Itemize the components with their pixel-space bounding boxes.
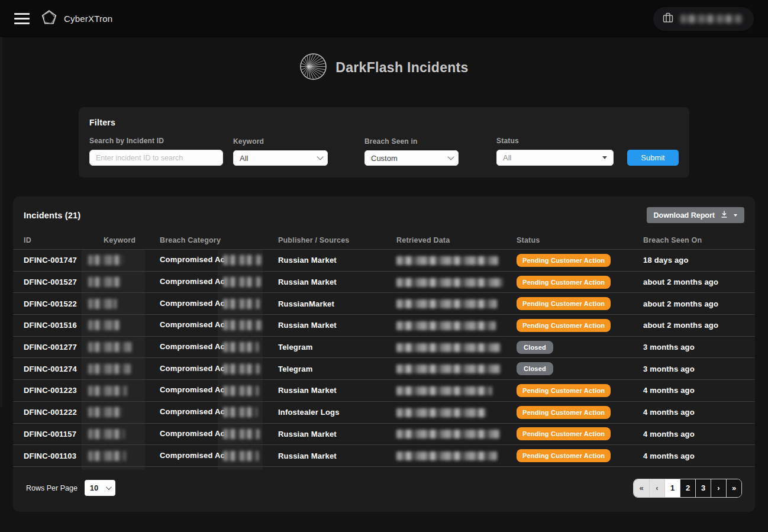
breach-seen-on-cell: about 2 months ago (643, 321, 744, 330)
pagination-button[interactable]: 3 (695, 479, 711, 497)
breach-seen-in-filter: Breach Seen in Custom (364, 137, 459, 166)
column-header: Status (517, 236, 643, 244)
retrieved-data-redacted (396, 386, 492, 395)
rows-per-page-label: Rows Per Page (26, 484, 78, 492)
status-filter: Status All (496, 137, 614, 166)
retrieved-data-cell (396, 256, 517, 265)
keyword-cell (104, 342, 160, 352)
submit-button[interactable]: Submit (627, 150, 679, 166)
breach-category-redacted (223, 407, 257, 417)
breach-seen-on-cell: about 2 months ago (643, 299, 744, 308)
status-badge: Pending Customer Action (517, 319, 611, 332)
table-row: DFINC-001223 Compromised Ac Russian Mark… (13, 380, 755, 402)
status-cell: Closed (517, 341, 643, 354)
table-row: DFINC-001747 Compromised Ac Russian Mark… (13, 250, 755, 272)
retrieved-data-cell (396, 386, 517, 395)
status-badge: Pending Customer Action (517, 384, 611, 397)
status-badge: Pending Customer Action (517, 297, 611, 310)
incidents-heading: Incidents (21) (24, 211, 80, 220)
download-report-label: Download Report (654, 211, 715, 220)
pagination-button[interactable]: ‹ (649, 479, 664, 497)
table-row: DFINC-001274 Compromised Ac Telegram Clo… (13, 358, 755, 380)
publisher-cell: Telegram (278, 343, 396, 352)
keyword-dropdown-value: All (240, 154, 248, 163)
pagination-button[interactable]: 2 (680, 479, 695, 497)
column-header: Retrieved Data (396, 236, 517, 244)
breach-seen-in-dropdown[interactable]: Custom (364, 150, 459, 166)
publisher-cell: Russian Market (278, 386, 396, 395)
keyword-cell (104, 407, 160, 417)
breach-seen-in-label: Breach Seen in (364, 137, 459, 146)
download-report-button[interactable]: Download Report (647, 207, 744, 223)
page-title: DarkFlash Incidents (335, 60, 468, 76)
column-header: Breach Seen On (643, 236, 744, 244)
column-header: ID (24, 236, 104, 244)
retrieved-data-redacted (396, 365, 501, 373)
keyword-cell (104, 277, 160, 287)
pagination-button[interactable]: « (634, 479, 649, 497)
filters-card: Filters Search by Incident ID Keyword Al… (79, 107, 689, 178)
breach-seen-in-dropdown-value: Custom (371, 154, 398, 163)
keyword-redacted (88, 386, 127, 396)
menu-icon[interactable] (14, 13, 30, 24)
pagination: «‹123›» (633, 479, 742, 498)
keyword-redacted (88, 320, 120, 330)
status-badge: Pending Customer Action (517, 254, 611, 267)
org-badge[interactable] (653, 7, 754, 31)
table-body: DFINC-001747 Compromised Ac Russian Mark… (13, 250, 755, 467)
status-select[interactable]: All (496, 150, 614, 166)
status-cell: Pending Customer Action (517, 427, 643, 440)
status-cell: Pending Customer Action (517, 449, 643, 462)
incidents-card: Incidents (21) Download Report IDKeyword… (13, 196, 755, 512)
publisher-cell: Russian Market (278, 256, 396, 265)
status-cell: Pending Customer Action (517, 254, 643, 267)
keyword-cell (104, 320, 160, 330)
keyword-redacted (88, 277, 121, 287)
breach-category-redacted (223, 299, 260, 309)
pagination-button[interactable]: 1 (664, 479, 680, 497)
breach-category-cell: Compromised Ac (160, 364, 278, 374)
pagination-button[interactable]: » (726, 479, 741, 497)
publisher-cell: Russian Market (278, 452, 396, 460)
breach-seen-on-cell: about 2 months ago (643, 278, 744, 286)
status-badge: Pending Customer Action (517, 427, 611, 440)
chevron-down-icon (447, 153, 454, 160)
status-badge: Closed (517, 362, 553, 375)
retrieved-data-cell (396, 408, 517, 417)
retrieved-data-redacted (396, 278, 503, 287)
publisher-cell: Russian Market (278, 278, 396, 286)
retrieved-data-cell (396, 278, 517, 287)
status-select-value: All (503, 153, 511, 162)
retrieved-data-cell (396, 343, 517, 352)
retrieved-data-redacted (396, 408, 486, 417)
rows-per-page-select[interactable]: 10 (85, 480, 115, 496)
cyberxtron-logo-icon (40, 9, 58, 29)
table-row: DFINC-001277 Compromised Ac Telegram Clo… (13, 337, 755, 359)
org-name-redacted (680, 15, 742, 23)
column-header: Breach Category (160, 236, 278, 244)
breach-seen-on-cell: 3 months ago (643, 365, 744, 373)
search-input[interactable] (89, 150, 223, 166)
breach-seen-on-cell: 4 months ago (643, 386, 744, 395)
table-row: DFINC-001516 Compromised Ac Russian Mark… (13, 315, 755, 337)
breach-category-redacted (223, 429, 260, 439)
brand-name: CyberXTron (64, 14, 112, 24)
table-header-row: IDKeywordBreach CategoryPublisher / Sour… (13, 231, 755, 250)
top-bar: CyberXTron (0, 0, 768, 37)
breach-seen-on-cell: 4 months ago (643, 430, 744, 439)
breach-category-redacted (223, 277, 261, 287)
retrieved-data-cell (396, 429, 517, 439)
breach-category-redacted (223, 451, 259, 461)
keyword-dropdown[interactable]: All (233, 150, 328, 166)
status-cell: Pending Customer Action (517, 297, 643, 310)
retrieved-data-cell (396, 451, 517, 460)
keyword-cell (104, 299, 160, 309)
pagination-button[interactable]: › (711, 479, 726, 497)
keyword-redacted (88, 299, 117, 309)
breach-category-cell: Compromised Ac (160, 429, 278, 439)
table-row: DFINC-001527 Compromised Ac Russian Mark… (13, 272, 755, 294)
status-badge: Pending Customer Action (517, 406, 611, 419)
status-cell: Pending Customer Action (517, 276, 643, 289)
keyword-cell (104, 385, 160, 395)
publisher-cell: Telegram (278, 365, 396, 373)
